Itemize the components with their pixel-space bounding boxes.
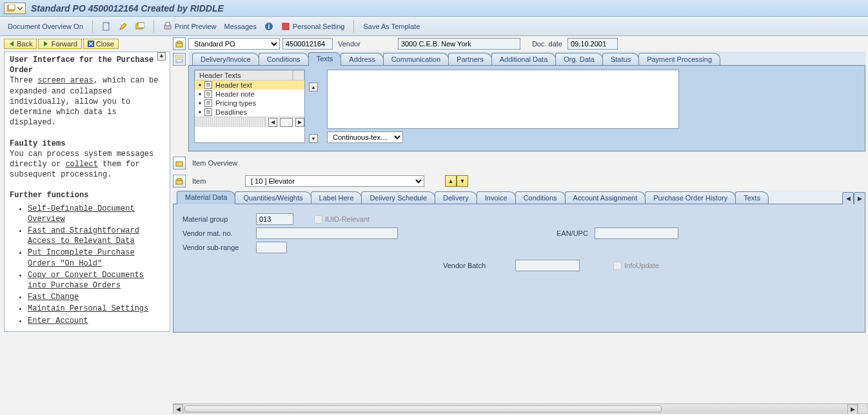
help-link-item[interactable]: Fast and Straightforward Access to Relev…	[28, 226, 164, 246]
collapse-item-detail-icon[interactable]	[173, 175, 186, 188]
vendor-batch-field[interactable]	[515, 260, 580, 271]
tree-resize-handle[interactable]	[195, 117, 266, 127]
close-icon	[88, 41, 94, 47]
tab-status[interactable]: Status	[602, 53, 639, 65]
tab-payment-processing[interactable]: Payment Processing	[638, 53, 720, 65]
tab-communication[interactable]: Communication	[383, 53, 449, 65]
save-as-template-button[interactable]: Save As Template	[360, 21, 422, 32]
menu-dropdown[interactable]	[4, 3, 26, 14]
scroll-thumb[interactable]	[184, 405, 662, 412]
help-link-collect[interactable]: collect	[65, 160, 97, 169]
tab-quantities-weights[interactable]: Quantities/Weights	[235, 191, 311, 204]
tab-org-data[interactable]: Org. Data	[555, 53, 603, 65]
tab-delivery-invoice[interactable]: Delivery/Invoice	[192, 53, 259, 65]
tab-invoice[interactable]: Invoice	[477, 191, 516, 204]
doc-date-label: Doc. date	[529, 40, 565, 48]
help-link-screen-areas[interactable]: screen areas	[37, 76, 93, 85]
tab-delivery[interactable]: Delivery	[435, 191, 477, 204]
ean-label: EAN/UPC	[554, 229, 591, 237]
doc-date-field[interactable]	[567, 38, 618, 50]
infoupdate-checkbox[interactable]: InfoUpdate	[613, 262, 659, 270]
tree-header-label: Header Texts	[195, 70, 293, 81]
tab-additional-data[interactable]: Additional Data	[491, 53, 557, 65]
tab-texts[interactable]: Texts	[735, 191, 769, 204]
po-header-row: Standard PO Vendor Doc. date	[173, 36, 865, 52]
document-icon	[204, 99, 212, 107]
other-po-icon[interactable]	[133, 21, 147, 32]
tab-material-data[interactable]: Material Data	[177, 191, 235, 204]
scroll-up-button[interactable]: ▲	[157, 52, 166, 61]
tree-scroll-thumb[interactable]	[280, 118, 293, 127]
iuid-relevant-checkbox[interactable]: IUID-Relevant	[314, 215, 370, 224]
tree-scroll-right-icon[interactable]: ▶	[295, 118, 304, 127]
item-next-icon[interactable]: ▼	[457, 175, 468, 187]
tab-partners[interactable]: Partners	[448, 53, 492, 65]
help-heading-3: Further functions	[10, 191, 88, 200]
svg-rect-18	[177, 179, 181, 180]
expand-header-tabs-icon[interactable]	[173, 53, 186, 66]
tab-scroll-right-icon[interactable]: ▶	[854, 192, 865, 204]
print-preview-button[interactable]: Print Preview	[161, 21, 219, 32]
svg-rect-1	[8, 5, 15, 10]
vendor-subrange-field[interactable]	[256, 242, 287, 253]
item-overview-row: Item Overview	[173, 151, 865, 172]
change-icon[interactable]	[116, 21, 130, 32]
forward-button[interactable]: Forward	[38, 39, 81, 49]
header-text-item[interactable]: Header text	[195, 81, 304, 90]
tab-label-here[interactable]: Label Here	[311, 191, 362, 204]
help-link-item[interactable]: Self-Definable Document Overview	[28, 204, 164, 224]
doc-type-select[interactable]: Standard PO	[188, 38, 280, 50]
info-icon[interactable]: i	[262, 21, 276, 32]
header-texts-tree[interactable]: Header Texts Header textHeader notePrici…	[194, 70, 305, 143]
tree-scroll-left-icon[interactable]: ◀	[268, 118, 277, 127]
header-text-item[interactable]: Deadlines	[195, 108, 304, 117]
svg-rect-4	[138, 23, 144, 28]
scroll-right-icon[interactable]: ▶	[847, 404, 858, 414]
help-link-item[interactable]: Fast Change	[28, 292, 164, 302]
material-group-label: Material group	[182, 215, 252, 223]
work-area: Standard PO Vendor Doc. date Delivery/In…	[173, 36, 868, 414]
document-overview-button[interactable]: Document Overview On	[5, 21, 86, 32]
back-button[interactable]: Back	[4, 39, 37, 49]
expand-item-overview-icon[interactable]	[173, 157, 186, 169]
document-icon	[204, 81, 212, 89]
messages-button[interactable]: Messages	[222, 21, 259, 32]
tab-conditions[interactable]: Conditions	[515, 191, 566, 204]
collapse-header-icon[interactable]	[173, 37, 186, 50]
vendor-matno-field[interactable]	[256, 227, 398, 239]
help-link-item[interactable]: Copy or Convert Documents into Purchase …	[28, 270, 164, 291]
help-body[interactable]: ▲ User Interface for the Purchase Order …	[5, 52, 170, 331]
scroll-left-icon[interactable]: ◀	[173, 404, 183, 414]
doc-number-field[interactable]	[282, 38, 333, 50]
help-link-item[interactable]: Enter Account	[28, 316, 164, 326]
material-group-field[interactable]	[256, 213, 293, 225]
tab-conditions[interactable]: Conditions	[259, 53, 309, 65]
item-select[interactable]: [ 10 ] Elevator	[245, 175, 424, 187]
material-data-panel: Material group IUID-Relevant Vendor mat.…	[173, 204, 865, 333]
resize-handle[interactable]	[858, 403, 868, 414]
arrow-right-icon	[43, 41, 49, 47]
help-link-item[interactable]: Put Incomplete Purchase Orders "On Hold"	[28, 247, 164, 268]
header-text-item[interactable]: Pricing types	[195, 99, 304, 108]
tab-scroll-left-icon[interactable]: ◀	[842, 192, 854, 204]
text-scroll-down-icon[interactable]: ▼	[309, 134, 318, 143]
item-tabstrip: Material DataQuantities/WeightsLabel Her…	[173, 190, 842, 204]
nav-bar: Back Forward Close	[0, 36, 173, 52]
text-scroll-up-icon[interactable]: ▲	[309, 82, 318, 92]
item-prev-icon[interactable]: ▲	[445, 175, 457, 187]
ean-field[interactable]	[595, 227, 678, 239]
tab-account-assignment[interactable]: Account Assignment	[565, 191, 646, 204]
close-button[interactable]: Close	[83, 39, 119, 49]
long-text-editor[interactable]	[327, 70, 679, 129]
continuous-text-select[interactable]: Continuous-tex…	[327, 131, 403, 143]
personal-setting-button[interactable]: Personal Setting	[279, 21, 348, 32]
header-text-item[interactable]: Header note	[195, 90, 304, 99]
horizontal-scrollbar[interactable]: ◀ ▶	[173, 403, 858, 414]
tab-purchase-order-history[interactable]: Purchase Order History	[645, 191, 736, 204]
tab-address[interactable]: Address	[340, 53, 383, 65]
tab-texts[interactable]: Texts	[308, 52, 342, 66]
vendor-field[interactable]	[398, 38, 520, 50]
create-icon[interactable]	[99, 21, 113, 32]
tab-delivery-schedule[interactable]: Delivery Schedule	[361, 191, 435, 204]
help-link-item[interactable]: Maintain Personal Settings	[28, 304, 164, 314]
